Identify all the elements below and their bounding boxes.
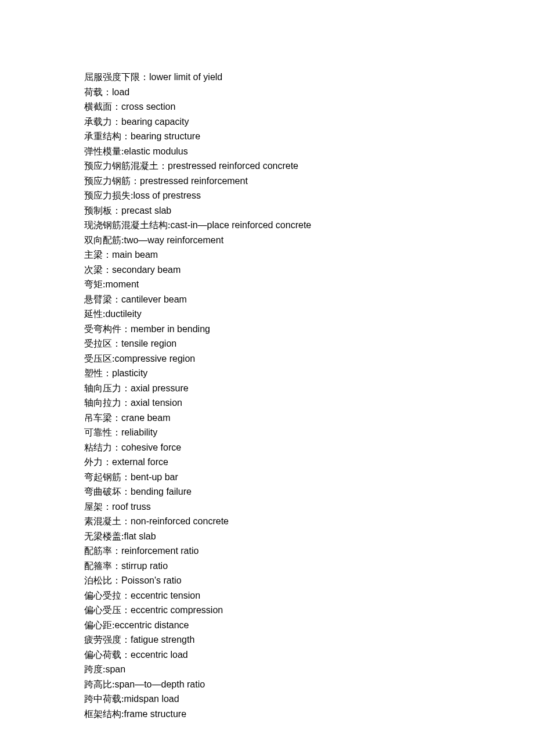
term-english: loss of prestress: [133, 190, 200, 200]
term-chinese: 弹性模量:: [84, 146, 124, 156]
glossary-line: 偏心荷载：eccentric load: [84, 647, 450, 663]
glossary-line: 框架结构:frame structure: [84, 707, 450, 722]
term-english: precast slab: [121, 206, 171, 215]
glossary-line: 轴向拉力：axial tension: [84, 395, 450, 411]
glossary-line: 外力：external force: [84, 455, 450, 470]
glossary-line: 承重结构：bearing structure: [84, 129, 450, 144]
term-chinese: 跨高比:: [84, 679, 114, 689]
term-english: eccentric compression: [131, 605, 223, 615]
glossary-line: 横截面：cross section: [84, 99, 450, 114]
term-english: ductileity: [105, 309, 141, 319]
term-chinese: 弯矩:: [84, 279, 105, 289]
glossary-line: 配筋率：reinforcement ratio: [84, 543, 450, 559]
term-english: eccentric load: [131, 650, 188, 660]
glossary-line: 现浇钢筋混凝土结构:cast-in—place reinforced concr…: [84, 218, 450, 233]
term-chinese: 受拉区：: [84, 339, 121, 348]
glossary-line: 受拉区：tensile region: [84, 336, 450, 351]
glossary-line: 屈服强度下限：lower limit of yield: [84, 70, 450, 85]
term-chinese: 轴向压力：: [84, 383, 131, 393]
term-english: member in bending: [131, 324, 210, 334]
term-chinese: 主梁：: [84, 250, 112, 260]
glossary-line: 可靠性：reliability: [84, 425, 450, 440]
term-english: fatigue strength: [131, 635, 194, 645]
glossary-line: 预制板：precast slab: [84, 203, 450, 218]
term-chinese: 受压区:: [84, 354, 114, 363]
term-chinese: 偏心受拉：: [84, 591, 131, 600]
term-chinese: 偏心受压：: [84, 605, 131, 615]
glossary-line: 配箍率：stirrup ratio: [84, 559, 450, 574]
term-chinese: 素混凝土：: [84, 516, 131, 526]
term-english: reliability: [121, 427, 157, 437]
term-chinese: 可靠性：: [84, 427, 121, 437]
glossary-line: 次梁：secondary beam: [84, 262, 450, 278]
term-chinese: 弯起钢筋：: [84, 472, 131, 482]
term-english: span—to—depth ratio: [114, 679, 205, 689]
glossary-line: 素混凝土：non-reinforced concrete: [84, 514, 450, 529]
term-chinese: 疲劳强度：: [84, 635, 131, 645]
term-chinese: 延性:: [84, 309, 105, 319]
term-english: flat slab: [124, 531, 156, 541]
term-english: cohesive force: [121, 442, 181, 452]
term-english: axial tension: [131, 398, 182, 408]
term-english: secondary beam: [112, 265, 181, 275]
glossary-line: 轴向压力：axial pressure: [84, 381, 450, 396]
term-english: two—way reinforcement: [124, 235, 223, 245]
term-english: plasticity: [112, 368, 147, 378]
glossary-line: 跨高比:span—to—depth ratio: [84, 677, 450, 692]
term-chinese: 粘结力：: [84, 442, 121, 452]
term-english: load: [112, 87, 129, 97]
term-english: bent-up bar: [131, 472, 178, 482]
glossary-line: 预应力钢筋混凝土：prestressed reinforced concrete: [84, 159, 450, 174]
glossary-line: 无梁楼盖:flat slab: [84, 529, 450, 544]
glossary-line: 偏心距:eccentric distance: [84, 618, 450, 633]
term-chinese: 偏心距:: [84, 620, 114, 630]
glossary-line: 主梁：main beam: [84, 247, 450, 262]
term-chinese: 现浇钢筋混凝土结构:: [84, 220, 170, 230]
term-english: bearing structure: [131, 131, 200, 141]
term-chinese: 承载力：: [84, 117, 121, 127]
term-english: tensile region: [121, 339, 176, 348]
glossary-line: 弯起钢筋：bent-up bar: [84, 470, 450, 485]
term-chinese: 轴向拉力：: [84, 398, 131, 408]
glossary-line: 受压区:compressive region: [84, 351, 450, 366]
term-english: eccentric distance: [114, 620, 189, 630]
glossary-line: 延性:ductileity: [84, 307, 450, 322]
glossary-line: 跨中荷载:midspan load: [84, 692, 450, 707]
glossary-line: 粘结力：cohesive force: [84, 440, 450, 455]
term-english: cast-in—place reinforced concrete: [170, 220, 311, 230]
term-chinese: 屈服强度下限：: [84, 72, 149, 82]
term-english: midspan load: [124, 694, 179, 704]
term-chinese: 跨度:: [84, 664, 105, 674]
term-english: frame structure: [124, 709, 186, 719]
glossary-line: 弹性模量:elastic modulus: [84, 144, 450, 159]
term-chinese: 次梁：: [84, 265, 112, 275]
term-english: bearing capacity: [121, 117, 189, 127]
term-chinese: 偏心荷载：: [84, 650, 131, 660]
term-chinese: 屋架：: [84, 502, 112, 512]
term-chinese: 弯曲破坏：: [84, 487, 131, 496]
document-page: 屈服强度下限：lower limit of yield荷载：load横截面：cr…: [0, 0, 534, 756]
glossary-line: 预应力钢筋：prestressed reinforcement: [84, 174, 450, 189]
glossary-line: 荷载：load: [84, 85, 450, 100]
glossary-line: 悬臂梁：cantilever beam: [84, 292, 450, 307]
term-english: cross section: [121, 102, 175, 111]
term-chinese: 塑性：: [84, 368, 112, 378]
glossary-line: 跨度:span: [84, 662, 450, 677]
term-chinese: 双向配筋:: [84, 235, 124, 245]
term-english: crane beam: [121, 413, 171, 423]
term-chinese: 预制板：: [84, 206, 121, 215]
term-chinese: 外力：: [84, 457, 112, 467]
term-chinese: 悬臂梁：: [84, 294, 121, 304]
glossary-line: 泊松比：Poisson's ratio: [84, 573, 450, 588]
term-chinese: 无梁楼盖:: [84, 531, 124, 541]
term-chinese: 预应力钢筋：: [84, 176, 140, 186]
glossary-line: 受弯构件：member in bending: [84, 322, 450, 337]
glossary-line: 双向配筋:two—way reinforcement: [84, 233, 450, 248]
term-english: span: [105, 664, 125, 674]
term-english: roof truss: [112, 502, 151, 512]
glossary-line: 塑性：plasticity: [84, 366, 450, 381]
glossary-line: 吊车梁：crane beam: [84, 411, 450, 426]
term-english: reinforcement ratio: [121, 546, 199, 556]
term-english: stirrup ratio: [121, 561, 168, 571]
term-english: prestressed reinforcement: [140, 176, 248, 186]
